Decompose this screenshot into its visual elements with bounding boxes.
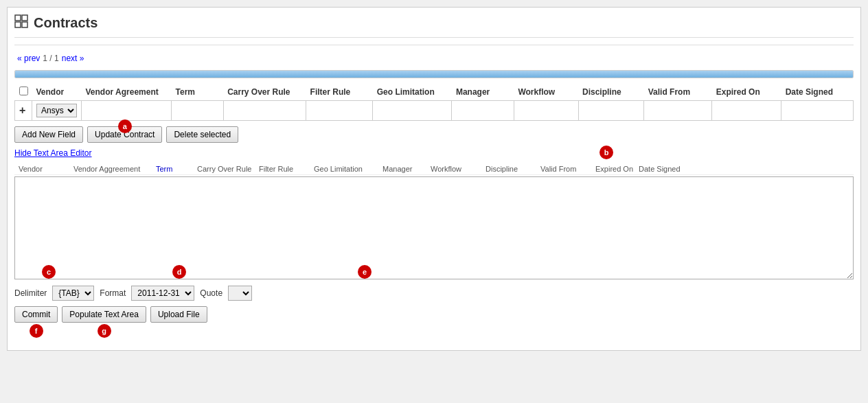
col-vendor-agreement: Vendor Agreement <box>82 84 172 101</box>
annotation-d: d <box>172 265 186 279</box>
vendor-cell: Ansys <box>32 101 82 121</box>
grid-icon <box>14 14 28 32</box>
svg-rect-3 <box>22 22 27 27</box>
bulk-edit-textarea[interactable] <box>14 176 854 279</box>
expired-on-input[interactable] <box>716 106 777 115</box>
commit-button[interactable]: Commit <box>14 306 58 323</box>
discipline-cell[interactable] <box>578 101 644 121</box>
svg-rect-0 <box>15 15 21 21</box>
sec-col-filter: Filter Rule <box>256 165 311 173</box>
col-filter-rule: Filter Rule <box>306 84 373 101</box>
valid-from-input[interactable] <box>648 106 707 115</box>
delete-selected-button[interactable]: Delete selected <box>166 126 238 143</box>
sec-col-geo: Geo Limitation <box>311 165 380 173</box>
delimiter-label: Delimiter <box>14 288 47 298</box>
sec-col-expired: Expired On <box>593 165 636 173</box>
progress-bar-fill <box>15 71 853 78</box>
col-term: Term <box>172 84 224 101</box>
text-area-wrapper: c d e <box>14 176 854 286</box>
select-all-header <box>15 84 32 101</box>
col-expired-on: Expired On <box>712 84 781 101</box>
col-discipline: Discipline <box>578 84 644 101</box>
add-row-button[interactable]: + <box>19 104 25 117</box>
expired-on-cell[interactable] <box>712 101 781 121</box>
date-signed-input[interactable] <box>786 106 849 115</box>
filter-rule-cell[interactable] <box>306 101 373 121</box>
sec-col-carry: Carry Over Rule <box>194 165 256 173</box>
annotation-a: a <box>118 119 132 133</box>
progress-bar <box>14 70 854 78</box>
col-carry-over-rule: Carry Over Rule <box>223 84 306 101</box>
vendor-agreement-input[interactable] <box>86 106 167 115</box>
carry-over-input[interactable] <box>228 106 301 115</box>
format-select[interactable]: 2011-12-31 12/31/2011 31.12.2011 <box>131 286 194 301</box>
sec-col-agreement: Vendor Aggreement <box>71 165 153 173</box>
add-new-field-button[interactable]: Add New Field <box>14 126 83 143</box>
sec-col-workflow: Workflow <box>428 165 483 173</box>
delimiter-select[interactable]: {TAB} , ; | <box>52 286 94 301</box>
options-row: Delimiter {TAB} , ; | Format 2011-12-31 … <box>14 286 854 301</box>
manager-input[interactable] <box>456 106 509 115</box>
page-info: 1 / 1 <box>43 54 58 63</box>
sec-col-vendor: Vendor <box>16 165 71 173</box>
secondary-column-headers: Vendor Vendor Aggreement Term Carry Over… <box>14 162 854 175</box>
col-vendor: Vendor <box>32 84 82 101</box>
annotation-f: f <box>30 324 43 338</box>
col-manager: Manager <box>452 84 514 101</box>
sec-col-manager: Manager <box>380 165 428 173</box>
hide-text-area-container: Hide Text Area Editor <box>14 148 854 158</box>
page-title-container: Contracts <box>14 14 854 38</box>
svg-rect-2 <box>15 22 21 27</box>
annotation-c: c <box>42 265 56 279</box>
term-input[interactable] <box>176 106 219 115</box>
sec-col-datesigned: Date Signed <box>636 165 691 173</box>
col-workflow: Workflow <box>514 84 578 101</box>
svg-rect-1 <box>22 15 27 21</box>
sec-col-term: Term <box>153 165 194 173</box>
annotation-e: e <box>358 265 372 279</box>
populate-text-area-button[interactable]: Populate Text Area <box>62 306 146 323</box>
filter-rule-input[interactable] <box>310 106 368 115</box>
select-all-checkbox[interactable] <box>19 87 28 95</box>
contracts-table: Vendor Vendor Agreement Term Carry Over … <box>14 84 854 121</box>
pagination-bar: « prev 1 / 1 next » <box>14 49 854 67</box>
workflow-input[interactable] <box>518 106 574 115</box>
add-contract-row: + Ansys <box>15 101 854 121</box>
quote-select[interactable]: ' " <box>228 286 252 301</box>
col-geo-limitation: Geo Limitation <box>373 84 452 101</box>
add-row-btn-cell: + <box>15 101 32 121</box>
vendor-agreement-cell[interactable] <box>82 101 172 121</box>
quote-label: Quote <box>200 288 222 298</box>
hide-text-area-link[interactable]: Hide Text Area Editor <box>14 148 92 158</box>
sec-col-discipline: Discipline <box>483 165 538 173</box>
col-date-signed: Date Signed <box>781 84 854 101</box>
bottom-buttons-row: Commit f Populate Text Area g Upload Fil… <box>14 306 854 323</box>
action-buttons-row: Add New Field Update Contract a Delete s… <box>14 126 854 143</box>
term-cell[interactable] <box>172 101 224 121</box>
annotation-b: b <box>599 146 613 159</box>
next-link[interactable]: next » <box>62 54 84 63</box>
spacer <box>14 323 854 343</box>
discipline-input[interactable] <box>583 106 640 115</box>
prev-link[interactable]: « prev <box>17 54 40 63</box>
geo-limitation-cell[interactable] <box>373 101 452 121</box>
format-label: Format <box>100 288 126 298</box>
vendor-select[interactable]: Ansys <box>36 104 77 117</box>
date-signed-cell[interactable] <box>781 101 854 121</box>
valid-from-cell[interactable] <box>644 101 712 121</box>
geo-input[interactable] <box>377 106 447 115</box>
manager-cell[interactable] <box>452 101 514 121</box>
page-title: Contracts <box>34 15 98 31</box>
col-valid-from: Valid From <box>644 84 712 101</box>
workflow-cell[interactable] <box>514 101 578 121</box>
carry-over-rule-cell[interactable] <box>223 101 306 121</box>
upload-file-button[interactable]: Upload File <box>150 306 207 323</box>
annotation-g: g <box>98 324 111 338</box>
sec-col-valid: Valid From <box>538 165 593 173</box>
